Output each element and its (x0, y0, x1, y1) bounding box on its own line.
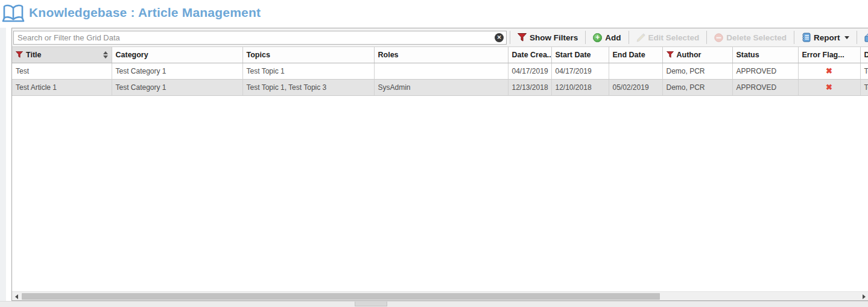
cell-roles[interactable] (374, 63, 508, 79)
cell-date_created[interactable]: 12/13/2018 (508, 79, 551, 95)
column-header-error_flag[interactable]: Error Flag... (798, 47, 860, 63)
column-label: Category (116, 51, 148, 59)
column-label: Date Crea... (512, 51, 552, 59)
column-header-status[interactable]: Status (732, 47, 798, 63)
toolbar-separator (585, 31, 586, 44)
show-filters-label: Show Filters (530, 33, 578, 42)
cell-end_date[interactable] (609, 63, 662, 79)
page-header: Knowledgebase : Article Management (0, 0, 868, 28)
bottom-scroll-tab (355, 302, 387, 306)
cell-status[interactable]: APPROVED (732, 79, 798, 95)
left-margin-strip (0, 0, 6, 307)
search-wrap: ✕ (13, 31, 507, 45)
search-input[interactable] (13, 31, 507, 45)
toolbar-separator (706, 31, 707, 44)
minus-circle-icon (714, 33, 723, 42)
article-management-page: Knowledgebase : Article Management ✕ Sho… (0, 0, 868, 307)
column-filter-icon (16, 51, 23, 58)
table-row[interactable]: TestTest Category 1Test Topic 104/17/201… (12, 63, 868, 79)
filter-funnel-icon (518, 33, 527, 42)
edit-selected-button[interactable]: Edit Selected (632, 30, 704, 45)
delete-selected-label: Delete Selected (726, 33, 787, 42)
report-label: Report (814, 33, 840, 42)
report-notebook-icon (802, 33, 811, 42)
bottom-strip (0, 301, 868, 307)
sort-icon (103, 51, 108, 59)
column-label: Start Date (556, 51, 591, 59)
report-caret-icon (844, 36, 849, 39)
clear-search-icon[interactable]: ✕ (495, 33, 504, 42)
grid-table: TitleCategoryTopicsRolesDate Crea...Star… (12, 47, 868, 96)
cell-author[interactable]: Demo, PCR (662, 63, 732, 79)
cell-title[interactable]: Test (12, 63, 112, 79)
column-header-title[interactable]: Title (12, 47, 112, 63)
error-flag-icon: ✖ (826, 66, 832, 75)
delete-selected-button[interactable]: Delete Selected (710, 30, 791, 45)
column-header-start_date[interactable]: Start Date (551, 47, 609, 63)
cell-error_flag[interactable]: ✖ (798, 63, 860, 79)
perspectives-button[interactable]: Perspectives (860, 30, 868, 45)
cell-category[interactable]: Test Category 1 (112, 63, 242, 79)
column-label: Author (677, 51, 702, 59)
column-header-date_created[interactable]: Date Crea... (508, 47, 551, 63)
cell-status[interactable]: APPROVED (732, 63, 798, 79)
page-title: Knowledgebase : Article Management (29, 5, 261, 20)
pencil-icon (636, 33, 645, 42)
add-plus-icon: + (593, 33, 602, 42)
show-filters-button[interactable]: Show Filters (513, 30, 582, 45)
column-header-category[interactable]: Category (112, 47, 242, 63)
grid-body: TestTest Category 1Test Topic 104/17/201… (12, 63, 868, 95)
cell-date_created[interactable]: 04/17/2019 (508, 63, 551, 79)
cell-roles[interactable]: SysAdmin (374, 79, 508, 95)
perspectives-layers-icon (864, 33, 868, 42)
column-header-author[interactable]: Author (662, 47, 732, 63)
toolbar-separator (510, 31, 510, 44)
horizontal-scrollbar[interactable] (12, 291, 868, 300)
table-row[interactable]: Test Article 1Test Category 1Test Topic … (12, 79, 868, 95)
scroll-left-arrow-icon[interactable] (15, 294, 18, 299)
cell-author[interactable]: Demo, PCR (662, 79, 732, 95)
column-header-roles[interactable]: Roles (374, 47, 508, 63)
column-label: Topics (247, 51, 270, 59)
edit-selected-label: Edit Selected (648, 33, 700, 42)
column-label: Des (864, 51, 868, 59)
scroll-right-arrow-icon[interactable] (863, 294, 866, 299)
toolbar-separator (794, 31, 794, 44)
cell-category[interactable]: Test Category 1 (112, 79, 242, 95)
error-flag-icon: ✖ (826, 83, 832, 92)
cell-end_date[interactable]: 05/02/2019 (609, 79, 662, 95)
cell-start_date[interactable]: 12/10/2018 (551, 79, 609, 95)
scrollbar-thumb[interactable] (22, 293, 660, 300)
column-header-topics[interactable]: Topics (242, 47, 374, 63)
column-label: Error Flag... (802, 51, 844, 59)
add-button[interactable]: + Add (589, 30, 625, 45)
cell-description[interactable]: Tes (860, 79, 868, 95)
column-label: Title (26, 51, 41, 59)
cell-description[interactable]: Tes (860, 63, 868, 79)
cell-error_flag[interactable]: ✖ (798, 79, 860, 95)
grid-panel: ✕ Show Filters + Add Edit Sele (11, 28, 868, 301)
grid-toolbar: ✕ Show Filters + Add Edit Sele (12, 28, 868, 47)
cell-topics[interactable]: Test Topic 1 (242, 63, 374, 79)
column-header-end_date[interactable]: End Date (609, 47, 662, 63)
cell-title[interactable]: Test Article 1 (12, 79, 112, 95)
report-button[interactable]: Report (797, 30, 854, 45)
cell-start_date[interactable]: 04/17/2019 (551, 63, 609, 79)
column-label: Status (737, 51, 759, 59)
add-label: Add (605, 33, 621, 42)
toolbar-separator (629, 31, 629, 44)
grid-area: TitleCategoryTopicsRolesDate Crea...Star… (12, 47, 868, 291)
knowledgebase-book-icon (1, 3, 25, 25)
cell-topics[interactable]: Test Topic 1, Test Topic 3 (242, 79, 374, 95)
grid-header-row: TitleCategoryTopicsRolesDate Crea...Star… (12, 47, 868, 63)
toolbar-separator (857, 31, 857, 44)
column-header-description[interactable]: Des (860, 47, 868, 63)
column-label: Roles (378, 51, 399, 59)
column-filter-icon (667, 51, 674, 58)
column-label: End Date (613, 51, 645, 59)
